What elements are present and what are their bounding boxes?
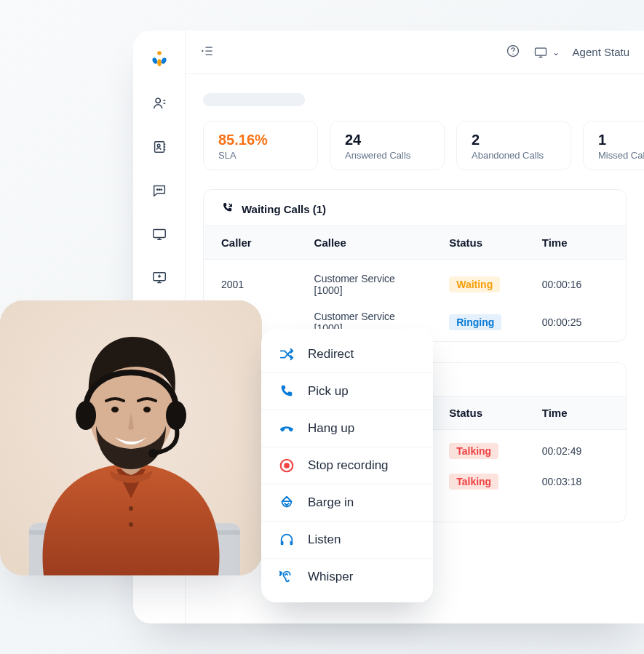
stat-label: SLA: [218, 150, 303, 161]
ctx-label: Barge in: [308, 495, 354, 510]
svg-point-1: [151, 57, 158, 65]
ctx-label: Hang up: [308, 421, 354, 436]
svg-point-6: [157, 144, 160, 147]
phone-icon: [279, 383, 295, 399]
stats-row: 85.16% SLA 24 Answered Calls 2 Abandoned…: [203, 121, 627, 170]
svg-point-25: [148, 449, 157, 458]
svg-point-29: [284, 463, 290, 468]
ctx-label: Whisper: [308, 570, 353, 584]
status-badge: Waiting: [449, 276, 500, 292]
col-callee: Callee: [297, 226, 432, 260]
bargein-icon: [279, 495, 295, 511]
svg-rect-31: [290, 541, 293, 546]
svg-point-7: [156, 189, 157, 190]
brand-logo: [149, 48, 170, 68]
svg-point-2: [157, 59, 162, 66]
stat-card-abandoned: 2 Abandoned Calls: [456, 121, 571, 170]
svg-point-22: [143, 407, 151, 412]
svg-point-8: [159, 189, 159, 190]
hangup-icon: [279, 420, 295, 436]
screen-selector[interactable]: ⌄: [533, 45, 560, 60]
svg-point-23: [76, 401, 96, 430]
stat-value: 2: [472, 132, 556, 148]
status-badge: Talking: [449, 474, 498, 490]
ctx-item-whisper[interactable]: Whisper: [261, 558, 433, 595]
ctx-label: Listen: [308, 533, 341, 547]
svg-rect-16: [535, 48, 546, 55]
svg-point-4: [155, 98, 159, 103]
agent-status-label[interactable]: Agent Statu: [573, 46, 629, 58]
ctx-item-barge-in[interactable]: Barge in: [261, 484, 433, 521]
svg-rect-10: [153, 230, 165, 238]
svg-point-0: [157, 51, 162, 55]
call-in-icon: [221, 202, 234, 217]
headphones-icon: [279, 532, 295, 548]
record-icon: [279, 458, 295, 474]
svg-point-26: [129, 506, 133, 511]
redirect-icon: [279, 346, 295, 362]
col-time: Time: [525, 396, 626, 430]
sidebar-item-chat[interactable]: [151, 182, 168, 199]
table-row[interactable]: 2001 Customer Service [1000] Waiting 00:…: [204, 260, 626, 304]
stat-value: 85.16%: [218, 132, 303, 148]
waiting-calls-panel: Waiting Calls (1) Caller Callee Status T…: [203, 189, 627, 342]
status-badge: Ringing: [449, 314, 501, 330]
ctx-item-pickup[interactable]: Pick up: [261, 372, 433, 410]
col-status: Status: [432, 226, 525, 260]
ear-icon: [279, 569, 295, 585]
ctx-label: Pick up: [308, 384, 349, 399]
cell-time: 00:00:25: [525, 303, 626, 341]
cell-time: 00:00:16: [525, 260, 626, 304]
svg-point-9: [161, 189, 162, 190]
ctx-item-stop-recording[interactable]: Stop recording: [261, 447, 433, 484]
cell-caller: 2001: [204, 260, 297, 304]
ctx-item-listen[interactable]: Listen: [261, 521, 433, 558]
waiting-calls-table: Caller Callee Status Time 2001 Customer …: [204, 226, 626, 341]
stat-value: 24: [345, 132, 429, 148]
col-caller: Caller: [204, 226, 297, 260]
sidebar-item-screen[interactable]: [151, 226, 168, 243]
stat-card-answered: 24 Answered Calls: [330, 121, 445, 170]
menu-collapse-icon[interactable]: [200, 44, 215, 61]
stat-card-sla: 85.16% SLA: [203, 121, 318, 170]
sidebar-item-person[interactable]: [151, 95, 168, 112]
svg-rect-30: [281, 541, 284, 546]
stat-label: Answered Calls: [345, 150, 429, 161]
chevron-down-icon: ⌄: [552, 47, 560, 57]
ctx-label: Stop recording: [308, 458, 389, 473]
ctx-label: Redirect: [308, 347, 354, 362]
cell-callee: Customer Service [1000]: [297, 260, 432, 304]
cell-time: 00:03:18: [525, 466, 626, 497]
panel-title-text: Waiting Calls (1): [242, 203, 326, 215]
svg-point-15: [512, 54, 513, 55]
stat-label: Missed Calls: [598, 150, 644, 161]
svg-point-21: [111, 407, 119, 412]
agent-photo-card: [0, 300, 262, 575]
col-time: Time: [525, 226, 626, 260]
call-context-menu: Redirect Pick up Hang up Stop recording …: [261, 329, 433, 602]
help-icon[interactable]: [506, 44, 520, 60]
cell-time: 00:02:49: [525, 430, 626, 467]
panel-title: Waiting Calls (1): [204, 190, 626, 226]
stat-value: 1: [598, 132, 644, 148]
topbar: ⌄ Agent Statu: [186, 31, 644, 74]
stat-label: Abandoned Calls: [472, 150, 556, 161]
page-title-skeleton: [203, 93, 305, 106]
col-status: Status: [432, 396, 525, 430]
ctx-item-hangup[interactable]: Hang up: [261, 410, 433, 447]
ctx-item-redirect[interactable]: Redirect: [261, 336, 433, 372]
stat-card-missed: 1 Missed Calls: [583, 121, 644, 170]
sidebar-item-screen-down[interactable]: [151, 269, 168, 287]
svg-point-3: [160, 57, 167, 65]
svg-point-27: [129, 522, 133, 527]
status-badge: Talking: [449, 443, 498, 459]
sidebar-item-contacts[interactable]: [151, 138, 168, 156]
